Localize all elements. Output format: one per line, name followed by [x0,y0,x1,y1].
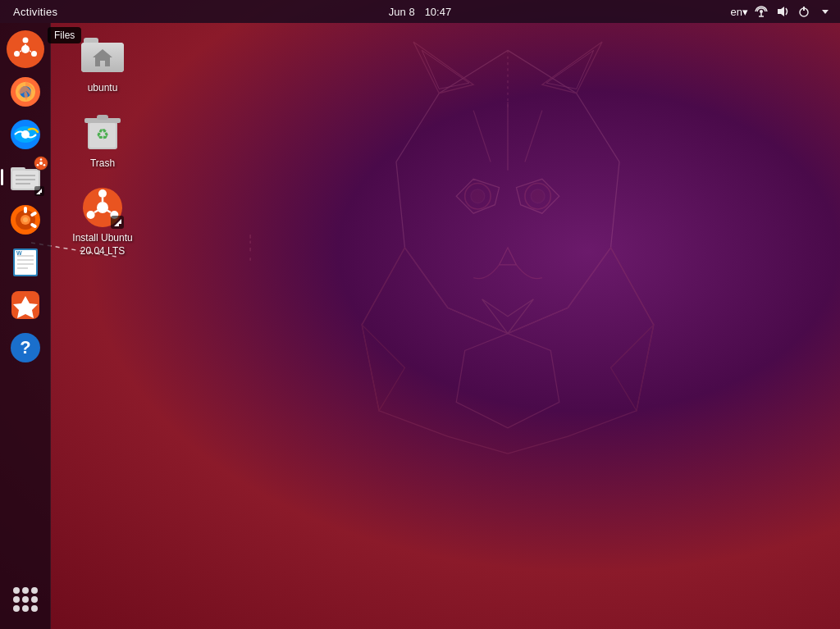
dock-item-help[interactable]: ? [6,328,45,367]
svg-line-43 [20,51,21,52]
panel-right: en▾ [731,3,833,20]
network-icon[interactable] [753,3,769,20]
svg-marker-4 [546,50,594,89]
desktop-icon-install-ubuntu[interactable]: Install Ubuntu 20.04 LTS [66,181,139,262]
svg-text:?: ? [20,337,30,358]
svg-point-40 [14,51,20,57]
svg-point-38 [22,38,28,43]
svg-marker-19 [456,334,559,428]
svg-marker-2 [542,42,602,93]
language-selector[interactable]: en▾ [731,6,748,18]
svg-line-42 [30,51,30,52]
dock-item-firefox[interactable] [6,72,45,112]
sound-icon[interactable] [774,3,791,20]
svg-marker-11 [500,248,517,265]
top-panel: Activities Jun 8 10:47 en▾ [0,0,840,23]
svg-rect-65 [24,207,27,213]
show-applications-button[interactable] [6,580,45,619]
svg-marker-3 [422,50,469,89]
files-tooltip-label: Files [54,30,75,41]
panel-left: Activities [7,0,64,23]
svg-marker-94 [114,219,121,226]
dock-item-thunderbird[interactable] [6,115,45,154]
dock: W ? [0,23,51,629]
trash-label: Trash [90,157,115,171]
svg-rect-84 [97,115,108,120]
svg-line-21 [362,248,404,325]
svg-point-57 [39,158,42,161]
svg-marker-18 [362,248,654,454]
panel-time: 10:47 [425,6,452,18]
svg-point-59 [36,164,39,166]
svg-point-49 [21,130,30,139]
desktop: Activities Jun 8 10:47 en▾ [0,0,840,629]
svg-text:W: W [16,250,22,256]
svg-line-26 [525,111,542,162]
files-tooltip: Files [48,27,81,43]
ubuntu-home-label: ubuntu [88,82,118,95]
svg-point-56 [39,162,43,165]
svg-line-22 [611,248,654,325]
shortcut-arrow-icon [34,186,44,196]
install-ubuntu-label-line1: Install Ubuntu [72,232,132,245]
svg-marker-33 [778,7,784,16]
svg-point-87 [97,202,108,213]
dock-item-rhythmbox[interactable] [6,200,45,239]
ubuntu-home-folder-icon [81,36,124,79]
files-ubuntu-badge [34,156,48,171]
trash-folder-icon: ♻ [81,112,124,154]
activities-button[interactable]: Activities [7,0,64,23]
svg-point-58 [43,164,45,166]
svg-point-90 [87,211,95,219]
install-ubuntu-icon [81,186,124,229]
svg-marker-36 [822,10,829,14]
dock-item-ubuntu[interactable] [6,30,45,69]
svg-point-64 [23,217,28,222]
svg-point-37 [21,45,30,53]
dock-item-files[interactable] [6,157,45,197]
svg-marker-23 [362,325,404,411]
language-label: en▾ [731,6,748,18]
panel-center: Jun 8 10:47 [389,6,451,18]
apps-grid-icon [13,587,38,612]
svg-marker-1 [413,42,473,93]
svg-marker-28 [482,299,534,334]
panel-date: Jun 8 [389,6,415,18]
ubuntu-logo-icon [7,30,44,68]
svg-text:♻: ♻ [96,126,109,143]
svg-point-39 [31,51,37,57]
install-shortcut-arrow-icon [111,216,124,229]
cat-background-art [241,25,774,582]
desktop-icon-trash[interactable]: ♻ Trash [66,107,139,175]
svg-line-25 [473,111,491,162]
svg-marker-24 [611,325,654,411]
svg-point-88 [98,189,107,198]
system-menu-arrow[interactable] [817,3,833,20]
dock-item-appstore[interactable] [6,285,45,325]
svg-point-9 [471,189,485,203]
svg-point-10 [531,189,545,203]
install-ubuntu-label-line2: 20.04 LTS [80,245,125,258]
desktop-icons-area: ubuntu ♻ Trash [66,31,139,262]
dock-item-writer[interactable]: W [6,243,45,282]
power-icon[interactable] [796,3,812,20]
svg-marker-60 [36,189,42,194]
